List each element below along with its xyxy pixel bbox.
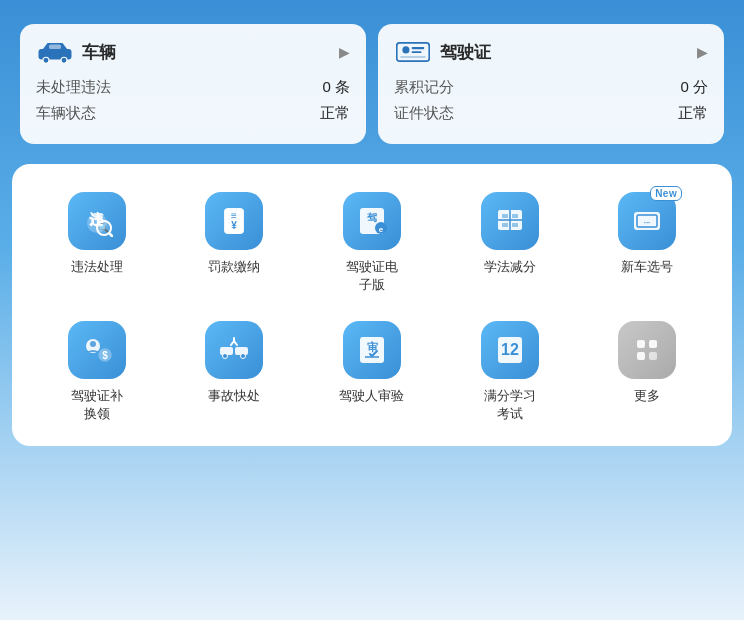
vehicle-status-label: 车辆状态 <box>36 104 96 123</box>
vehicle-violation-label: 未处理违法 <box>36 78 111 97</box>
svg-rect-34 <box>512 223 518 227</box>
license-card-title: 驾驶证 <box>440 41 689 64</box>
more-icon-wrap <box>618 321 676 379</box>
new-badge: New <box>650 186 682 201</box>
svg-rect-55 <box>649 340 657 348</box>
svg-rect-33 <box>502 223 508 227</box>
violation-icon-wrap: 违 🔍 违 <box>68 192 126 250</box>
svg-rect-3 <box>49 45 61 50</box>
license-status-value: 正常 <box>678 104 708 123</box>
accident-icon-wrap <box>205 321 263 379</box>
vehicle-status-row: 车辆状态 正常 <box>36 104 350 123</box>
elicense-icon-wrap: 驾 e <box>343 192 401 250</box>
grid-item-fine[interactable]: ≡¥ ≡ ¥ 罚款缴纳 <box>166 192 304 293</box>
svg-text:e: e <box>379 225 384 234</box>
accident-label: 事故快处 <box>208 387 260 405</box>
vehicle-card-arrow: ▶ <box>339 44 350 60</box>
fullscore-icon-wrap: 12 <box>481 321 539 379</box>
study-label: 学法减分 <box>484 258 536 276</box>
audit-svg: 审 <box>355 333 389 367</box>
main-panel: 违 🔍 违 违法处理 ≡¥ <box>12 164 732 446</box>
vehicle-status-value: 正常 <box>320 104 350 123</box>
svg-rect-54 <box>637 340 645 348</box>
license-card-arrow: ▶ <box>697 44 708 60</box>
renewal-icon-wrap: $ <box>68 321 126 379</box>
svg-rect-6 <box>412 47 425 49</box>
accident-svg <box>217 333 251 367</box>
grid-item-accident[interactable]: 事故快处 <box>166 321 304 422</box>
grid-item-fullscore[interactable]: 12 满分学习考试 <box>441 321 579 422</box>
svg-point-2 <box>61 57 67 63</box>
elicense-svg: 驾 e <box>355 204 389 238</box>
grid-item-more[interactable]: 更多 <box>578 321 716 422</box>
vehicle-violation-row: 未处理违法 0 条 <box>36 78 350 97</box>
fine-svg: ≡ ¥ <box>218 205 250 237</box>
svg-point-48 <box>241 354 246 359</box>
grid-item-plate[interactable]: ··· New 新车选号 <box>578 192 716 293</box>
svg-rect-7 <box>412 51 422 53</box>
top-cards-section: 车辆 ▶ 未处理违法 0 条 车辆状态 正常 驾驶证 ▶ <box>0 0 744 164</box>
elicense-label: 驾驶证电子版 <box>346 258 398 293</box>
svg-text:驾: 驾 <box>366 212 377 223</box>
svg-rect-32 <box>512 214 518 218</box>
license-status-row: 证件状态 正常 <box>394 104 708 123</box>
license-id-icon <box>394 38 432 66</box>
plate-label: 新车选号 <box>621 258 673 276</box>
grid-item-elicense[interactable]: 驾 e 驾驶证电子版 <box>303 192 441 293</box>
fullscore-label: 满分学习考试 <box>484 387 536 422</box>
svg-rect-8 <box>400 56 426 57</box>
svg-rect-31 <box>502 214 508 218</box>
svg-point-47 <box>223 354 228 359</box>
fine-icon-wrap: ≡¥ ≡ ¥ <box>205 192 263 250</box>
grid-item-study[interactable]: 学法减分 <box>441 192 579 293</box>
renewal-label: 驾驶证补换领 <box>71 387 123 422</box>
svg-text:¥: ¥ <box>232 220 238 231</box>
renewal-svg: $ <box>80 333 114 367</box>
vehicle-car-icon <box>36 38 74 66</box>
fullscore-svg: 12 <box>493 333 527 367</box>
license-card[interactable]: 驾驶证 ▶ 累积记分 0 分 证件状态 正常 <box>378 24 724 144</box>
vehicle-violation-value: 0 条 <box>322 78 350 97</box>
svg-rect-57 <box>649 352 657 360</box>
svg-text:违: 违 <box>89 211 104 227</box>
license-status-label: 证件状态 <box>394 104 454 123</box>
svg-text:···: ··· <box>644 218 651 227</box>
grid-item-violation[interactable]: 违 🔍 违 违法处理 <box>28 192 166 293</box>
feature-grid: 违 🔍 违 违法处理 ≡¥ <box>28 192 716 422</box>
svg-point-5 <box>402 46 409 53</box>
svg-point-1 <box>43 57 49 63</box>
vehicle-card-title: 车辆 <box>82 41 331 64</box>
svg-text:12: 12 <box>501 341 519 358</box>
plate-icon-wrap: ··· New <box>618 192 676 250</box>
audit-label: 驾驶人审验 <box>339 387 404 405</box>
audit-icon-wrap: 审 <box>343 321 401 379</box>
vehicle-card[interactable]: 车辆 ▶ 未处理违法 0 条 车辆状态 正常 <box>20 24 366 144</box>
study-icon-wrap <box>481 192 539 250</box>
grid-item-renewal[interactable]: $ 驾驶证补换领 <box>28 321 166 422</box>
svg-line-15 <box>109 233 112 236</box>
study-svg <box>493 204 527 238</box>
license-score-label: 累积记分 <box>394 78 454 97</box>
svg-point-39 <box>90 341 96 347</box>
more-label: 更多 <box>634 387 660 405</box>
more-svg <box>630 333 664 367</box>
license-score-row: 累积记分 0 分 <box>394 78 708 97</box>
fine-label: 罚款缴纳 <box>208 258 260 276</box>
license-card-header: 驾驶证 ▶ <box>394 38 708 66</box>
violation-svg: 违 <box>81 205 113 237</box>
svg-text:$: $ <box>102 350 108 361</box>
vehicle-card-header: 车辆 ▶ <box>36 38 350 66</box>
svg-rect-56 <box>637 352 645 360</box>
plate-svg: ··· <box>630 204 664 238</box>
license-score-value: 0 分 <box>680 78 708 97</box>
grid-item-audit[interactable]: 审 驾驶人审验 <box>303 321 441 422</box>
violation-label: 违法处理 <box>71 258 123 276</box>
